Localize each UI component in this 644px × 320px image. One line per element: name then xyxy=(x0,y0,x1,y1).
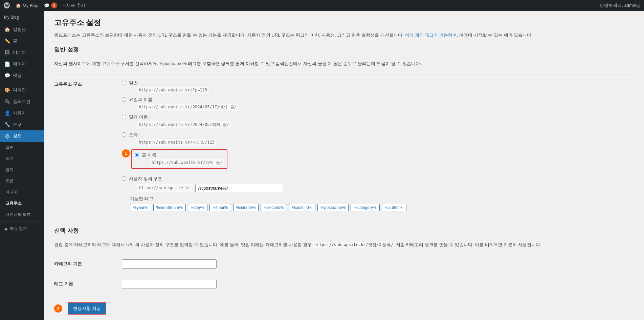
optional-section: 선택 사항 원할 경우 카테고리와 태그에 대해서 URL의 사용자 정의 구조… xyxy=(54,227,634,295)
optional-desc: 원할 경우 카테고리와 태그에 대해서 URL의 사용자 정의 구조를 입력할 … xyxy=(54,241,634,249)
tags-link[interactable]: 여러 개의 태그가 가능하며 xyxy=(405,33,457,38)
sidebar-sub-general[interactable]: 일반 xyxy=(0,142,44,153)
permalink-options: 일반 https://sub.wpsite.kr/?p=123 요일과 이름 h… xyxy=(122,80,634,211)
radio-month-label[interactable]: 달과 이름 xyxy=(129,114,148,120)
admin-bar: W 🏠 My Blog 💬 0 + 새로 추가 안녕하세요, admin님 xyxy=(0,0,644,11)
radio-postname-label[interactable]: 글 이름 xyxy=(142,152,156,157)
dashboard-icon: 🏠 xyxy=(4,27,10,32)
category-base-row: 카테고리 기본 xyxy=(54,254,634,274)
sidebar-item-settings[interactable]: ⚙️ 설정 xyxy=(0,130,44,142)
tools-icon: 🔧 xyxy=(4,122,10,127)
sidebar-item-media[interactable]: 🖼 미디어 xyxy=(0,47,44,58)
general-desc: 자신의 웹사이트에 대한 고유주소 구서를 선택하세요. %postname% … xyxy=(54,60,634,67)
sidebar-item-comments[interactable]: 💬 댓글 xyxy=(0,70,44,81)
radio-day-name[interactable]: 요일과 이름 https://sub.wpsite.kr/2024/05/17/… xyxy=(122,97,634,111)
radio-day-url: https://sub.wpsite.kr/2024/05/17/예제 글/ xyxy=(137,104,238,111)
sidebar-sub-discussion[interactable]: 토론 xyxy=(0,175,44,187)
permalink-structure-row: 고유주소 구조 일반 https://sub.wpsite.kr/?p=123 … xyxy=(54,74,634,217)
tag-hour[interactable]: %hour% xyxy=(209,204,231,211)
badge-wrapper-1: 1 글 이름 https://sub.wpsite.kr/예제 글/ xyxy=(122,149,634,172)
radio-month-name[interactable]: 달과 이름 https://sub.wpsite.kr/2024/05/예제 글… xyxy=(122,114,634,128)
radio-numeric-label[interactable]: 숫자 xyxy=(129,132,138,137)
sidebar-sub-media[interactable]: 미디어 xyxy=(0,187,44,198)
optional-code: https://sub.wpsite.kr/맛집/미분류/ xyxy=(313,242,395,248)
category-base-label: 카테고리 기본 xyxy=(54,259,122,267)
sidebar: My Blog 🏠 알림판 ✏️ 글 🖼 미디어 📄 페이지 💬 댓글 🎨 디자… xyxy=(0,11,44,320)
radio-postname-url: https://sub.wpsite.kr/예제 글/ xyxy=(150,159,224,166)
collapse-icon: ◀ xyxy=(4,227,7,231)
main-content: 고유주소 설정 워드프레스는 고유주소와 보관함에 대한 사용자 정의 URL … xyxy=(44,11,644,320)
radio-numeric-url: https://sub.wpsite.kr/저장소/123 xyxy=(137,139,216,146)
category-base-input[interactable] xyxy=(122,259,217,269)
site-name[interactable]: 🏠 My Blog xyxy=(16,3,39,8)
sidebar-item-plugins[interactable]: 🔌 플러그인 xyxy=(0,96,44,107)
save-section: 2 변경사항 저장 xyxy=(54,302,634,315)
radio-numeric-input[interactable] xyxy=(122,132,126,137)
sidebar-item-design[interactable]: 🎨 디자인 xyxy=(0,84,44,96)
users-icon: 👤 xyxy=(4,110,10,116)
category-base-field xyxy=(122,259,634,269)
radio-numeric[interactable]: 숫자 https://sub.wpsite.kr/저장소/123 xyxy=(122,132,634,146)
radio-day-input[interactable] xyxy=(122,97,126,102)
tag-day[interactable]: %day% xyxy=(188,204,208,211)
new-add[interactable]: + 새로 추가 xyxy=(63,2,85,8)
radio-plain-label[interactable]: 일반 xyxy=(129,80,138,85)
custom-structure-input[interactable] xyxy=(195,184,283,192)
pages-icon: 📄 xyxy=(4,61,10,67)
radio-postname-input[interactable] xyxy=(135,153,139,157)
tag-post-id[interactable]: %post_id% xyxy=(289,204,315,211)
sidebar-sub-reading[interactable]: 읽기 xyxy=(0,164,44,175)
sidebar-item-users[interactable]: 👤 사용자 xyxy=(0,107,44,119)
collapse-menu[interactable]: ◀ 메뉴 접기 xyxy=(0,223,44,234)
radio-plain[interactable]: 일반 https://sub.wpsite.kr/?p=123 xyxy=(122,80,634,93)
tag-base-row: 태그 기본 xyxy=(54,274,634,294)
radio-month-input[interactable] xyxy=(122,115,126,119)
intro-text: 워드프레스는 고유주소와 보관함에 대한 사용자 정의 URL 구조를 만들 수… xyxy=(54,32,634,39)
comments-icon: 💬 xyxy=(4,73,10,78)
tag-year[interactable]: %year% xyxy=(130,204,151,211)
radio-day-label[interactable]: 요일과 이름 xyxy=(129,97,152,102)
general-section-title: 일반 설정 xyxy=(54,46,634,55)
tag-postname[interactable]: %postname% xyxy=(317,204,349,211)
design-icon: 🎨 xyxy=(4,87,10,93)
plugins-icon: 🔌 xyxy=(4,99,10,104)
radio-post-name[interactable]: 글 이름 https://sub.wpsite.kr/예제 글/ xyxy=(131,149,227,169)
radio-custom-input[interactable] xyxy=(122,176,126,181)
custom-structure-row: https://sub.wpsite.kr xyxy=(137,184,283,192)
media-icon: 🖼 xyxy=(4,50,10,55)
tag-base-input[interactable] xyxy=(122,280,217,289)
sidebar-sub-privacy[interactable]: 개인정보 보호 xyxy=(0,209,44,220)
comment-badge: 0 xyxy=(51,2,57,8)
permalink-label: 고유주소 구조 xyxy=(54,80,122,87)
tags-label: 가능한 태그: xyxy=(130,196,634,202)
sidebar-item-posts[interactable]: ✏️ 글 xyxy=(0,35,44,47)
tag-second[interactable]: %second% xyxy=(261,204,287,211)
sidebar-logo: My Blog xyxy=(0,11,44,24)
sidebar-item-dashboard[interactable]: 🏠 알림판 xyxy=(0,24,44,35)
badge-2: 2 xyxy=(54,304,62,313)
posts-icon: ✏️ xyxy=(4,38,10,44)
greeting: 안녕하세요, admin님 xyxy=(600,2,641,8)
radio-plain-input[interactable] xyxy=(122,81,126,85)
sidebar-item-tools[interactable]: 🔧 도구 xyxy=(0,119,44,130)
settings-icon: ⚙️ xyxy=(4,133,10,139)
optional-section-title: 선택 사항 xyxy=(54,227,634,236)
tag-monthnum[interactable]: %monthnum% xyxy=(153,204,186,211)
tags-container: %year% %monthnum% %day% %hour% %minute% … xyxy=(130,204,634,211)
tag-author[interactable]: %author% xyxy=(382,204,406,211)
wp-logo[interactable]: W xyxy=(3,2,10,9)
badge-1: 1 xyxy=(122,149,130,157)
custom-prefix: https://sub.wpsite.kr xyxy=(137,184,193,192)
tag-minute[interactable]: %minute% xyxy=(233,204,259,211)
sidebar-item-pages[interactable]: 📄 페이지 xyxy=(0,58,44,70)
sidebar-sub-writing[interactable]: 쓰기 xyxy=(0,153,44,164)
comment-count[interactable]: 💬 0 xyxy=(44,2,57,8)
sidebar-sub-permalink[interactable]: 고유주소 xyxy=(0,198,44,209)
save-button[interactable]: 변경사항 저장 xyxy=(68,302,106,315)
radio-custom[interactable]: 사용자 정의 구조 https://sub.wpsite.kr xyxy=(122,176,634,192)
radio-custom-label[interactable]: 사용자 정의 구조 xyxy=(129,176,162,181)
svg-text:W: W xyxy=(5,3,9,8)
tag-category[interactable]: %category% xyxy=(351,204,379,211)
radio-month-url: https://sub.wpsite.kr/2024/05/예제 글/ xyxy=(137,121,231,128)
radio-plain-url: https://sub.wpsite.kr/?p=123 xyxy=(137,87,209,93)
